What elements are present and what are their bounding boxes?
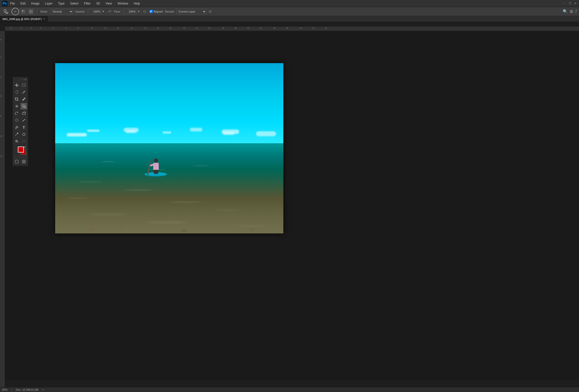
aligned-checkbox-label[interactable]: Aligned [149, 10, 163, 13]
clone-stamp-btn[interactable] [21, 103, 27, 109]
title-bar: Ps File Edit Image Layer Type Select Fil… [0, 0, 579, 7]
cloud-6 [222, 129, 239, 135]
ruler-tick: 44 [325, 27, 327, 29]
svg-line-12 [144, 11, 146, 12]
tool-row-5 [13, 110, 27, 116]
tool-row-4 [13, 103, 27, 109]
ruler-tick: 32 [247, 27, 249, 29]
pen-btn[interactable] [14, 124, 20, 130]
close-button[interactable]: ✕ [573, 2, 577, 5]
smudge-btn[interactable] [21, 117, 27, 123]
eraser-btn[interactable] [21, 110, 27, 116]
title-bar-left: Ps File Edit Image Layer Type Select Fil… [2, 1, 141, 6]
flow-input[interactable] [123, 9, 137, 14]
doc-info: Doc: 15,3M/15,3M [16, 388, 38, 391]
ruler-vertical: 0 2 4 6 8 10 12 [0, 31, 5, 387]
sample-control: Sample: Current Layer [165, 9, 213, 14]
foreground-color[interactable] [18, 147, 24, 153]
ruler-tick: -4 [20, 27, 22, 29]
photo-image [55, 63, 283, 233]
standard-mode-btn[interactable] [14, 158, 20, 165]
move-tool-btn[interactable] [14, 82, 20, 88]
menu-edit[interactable]: Edit [19, 1, 27, 6]
brush-size-display[interactable]: 37 [12, 8, 34, 15]
foreground-water [55, 208, 283, 233]
quick-mask-btn[interactable] [21, 158, 27, 165]
flow-down-btn[interactable]: ▼ [137, 10, 140, 13]
cloud-3 [124, 128, 139, 133]
mode-dropdown[interactable]: Normal [51, 9, 73, 14]
history-brush-btn[interactable] [14, 110, 20, 116]
ruler-tick: 20 [169, 27, 172, 29]
document-tab[interactable]: IMG_0486.jpg @ 60% (RGB/8*) ✕ [0, 16, 48, 22]
more-options-btn[interactable]: ⋯ [21, 138, 27, 145]
opacity-input[interactable] [88, 9, 102, 14]
ruler-tick: 42 [312, 27, 314, 29]
toolbar-collapse-btn[interactable]: ─✕ [22, 78, 26, 81]
paddler-person [153, 159, 159, 174]
svg-line-19 [25, 91, 25, 91]
menu-type[interactable]: Type [57, 1, 65, 6]
ruler-tick: 26 [208, 27, 210, 29]
menu-select[interactable]: Select [69, 1, 79, 6]
ruler-tick: 28 [222, 27, 224, 29]
spot-heal-btn[interactable] [14, 103, 20, 109]
blur-btn[interactable] [14, 117, 20, 123]
text-btn[interactable]: T [21, 124, 27, 130]
swap-colors-btn[interactable]: ⇄ [24, 146, 26, 149]
ruler-horizontal: -6 -4 -2 0 2 4 6 8 10 12 14 16 18 20 22 … [5, 27, 579, 31]
cloud-2 [87, 129, 100, 132]
ruler-tick: 6 [78, 27, 79, 29]
svg-point-31 [16, 119, 18, 121]
view-mode-btn[interactable]: ⊞ [570, 9, 573, 14]
canvas-area[interactable]: ─✕ [5, 31, 579, 380]
ruler-tick: 34 [260, 27, 262, 29]
lasso-tool-btn[interactable] [14, 89, 20, 95]
path-select-btn[interactable] [14, 131, 20, 138]
menu-filter[interactable]: Filter [83, 1, 92, 6]
marquee-tool-btn[interactable] [21, 82, 27, 88]
shape-btn[interactable] [21, 131, 27, 138]
menu-3d[interactable]: 3D [95, 1, 101, 6]
status-arrow[interactable]: > [42, 388, 44, 391]
tool-row-2 [13, 89, 27, 95]
document-tab-close[interactable]: ✕ [43, 18, 45, 20]
cloud-4 [162, 131, 171, 134]
sample-dropdown[interactable]: Current Layer [176, 9, 206, 14]
opacity-down-btn[interactable]: ▼ [102, 10, 105, 13]
menu-help[interactable]: Help [133, 1, 141, 6]
menu-window[interactable]: Window [117, 1, 129, 6]
zoom-level: 60% [2, 388, 8, 391]
svg-marker-33 [17, 133, 18, 134]
pressure-icon[interactable] [142, 9, 147, 14]
ruler-v-tick: 0 [0, 39, 1, 41]
restore-button[interactable]: ❐ [568, 2, 571, 5]
opacity-label: Opacity: [75, 10, 85, 13]
image-canvas[interactable] [55, 63, 283, 233]
menu-view[interactable]: View [105, 1, 113, 6]
sample-options-icon[interactable] [207, 9, 213, 14]
status-bar: 60% Doc: 15,3M/15,3M > [0, 387, 579, 392]
ruler-tick: 36 [273, 27, 276, 29]
options-bar: 37 Mode: Normal Opacity: ▼ [0, 7, 579, 16]
crop-tool-btn[interactable] [14, 96, 20, 102]
ruler-tick: 12 [117, 27, 119, 29]
search-icon-btn[interactable]: 🔍 [563, 9, 568, 14]
menu-layer[interactable]: Layer [44, 1, 53, 6]
ps-logo: Ps [2, 1, 8, 6]
eyedropper-btn[interactable] [21, 96, 27, 102]
magic-wand-btn[interactable] [21, 89, 27, 95]
ruler-v-tick: 12 [0, 155, 3, 157]
svg-rect-6 [29, 10, 31, 11]
minimize-button[interactable]: − [562, 2, 566, 5]
svg-rect-7 [31, 10, 33, 11]
document-tab-label: IMG_0486.jpg @ 60% (RGB/8*) [3, 18, 42, 21]
zoom-btn[interactable] [14, 138, 20, 145]
menu-file[interactable]: File [9, 1, 16, 6]
aligned-checkbox[interactable] [149, 10, 153, 13]
menu-image[interactable]: Image [30, 1, 40, 6]
share-btn[interactable]: ⤴ [575, 9, 577, 14]
svg-rect-8 [29, 12, 31, 13]
ruler-tick: 30 [234, 27, 237, 29]
airbrush-icon[interactable] [107, 9, 112, 14]
